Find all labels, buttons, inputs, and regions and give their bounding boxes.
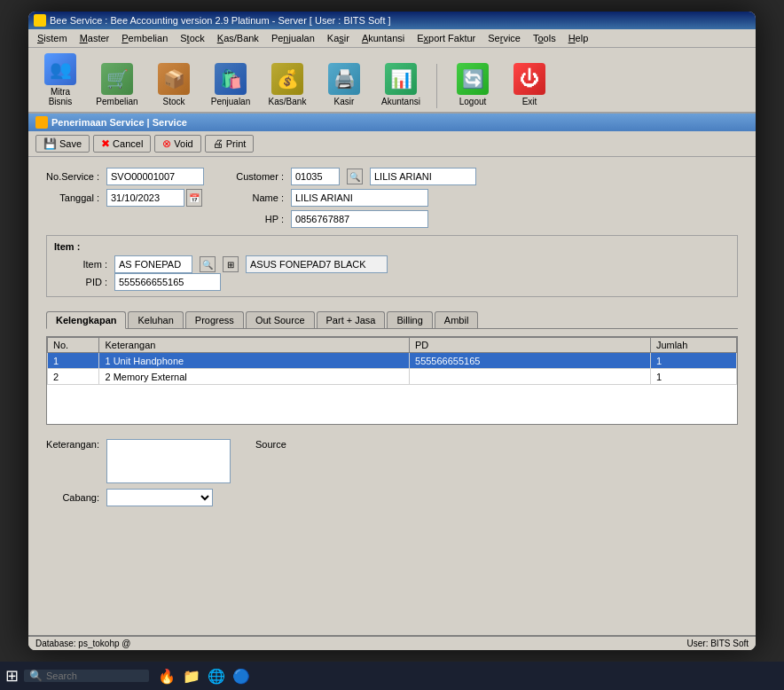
tab-partjasa[interactable]: Part + Jasa <box>317 311 386 328</box>
menu-stock[interactable]: Stock <box>175 31 210 45</box>
taskbar: ⊞ 🔍 🔥 📁 🌐 🔵 <box>0 662 784 690</box>
start-button[interactable]: ⊞ <box>5 666 19 686</box>
print-icon: 🖨 <box>213 137 223 150</box>
tab-ambil[interactable]: Ambil <box>435 311 479 328</box>
pid-label: PID : <box>54 277 107 287</box>
akuntansi-label: Akuntansi <box>381 97 420 106</box>
mitra-bisnis-icon: 👥 <box>44 53 76 85</box>
tanggal-input[interactable] <box>106 189 184 207</box>
customer-name-input[interactable] <box>370 168 476 185</box>
logout-label: Logout <box>459 97 487 106</box>
customer-row: Customer : 🔍 <box>231 168 476 185</box>
tab-kelengkapan[interactable]: Kelengkapan <box>46 311 126 329</box>
print-button[interactable]: 🖨 Print <box>205 135 255 153</box>
pembelian-icon: 🛒 <box>101 63 133 95</box>
save-icon: 💾 <box>43 137 57 150</box>
cell-pd: 555566655165 <box>410 353 651 369</box>
taskbar-icon-4[interactable]: 🔵 <box>232 668 250 685</box>
cell-pd <box>410 369 651 385</box>
menu-kasbank[interactable]: Kas/Bank <box>212 31 264 45</box>
stock-label: Stock <box>162 97 184 106</box>
menu-akuntansi[interactable]: Akuntansi <box>357 31 410 45</box>
window-title: Bee Service : Bee Accounting version 2.9… <box>50 15 391 26</box>
exit-label: Exit <box>522 97 537 106</box>
menu-penjualan[interactable]: Penjualan <box>266 31 320 45</box>
toolbar-akuntansi[interactable]: 📊 Akuntansi <box>376 61 426 108</box>
user-status: User: BITS Soft <box>687 639 749 648</box>
cabang-row: Cabang: <box>46 489 738 506</box>
item-label: Item : <box>54 259 107 270</box>
col-pd: PD <box>410 338 651 353</box>
name-input[interactable] <box>291 189 428 207</box>
hp-row: HP : <box>231 210 476 228</box>
kasir-label: Kasir <box>334 97 355 106</box>
toolbar-kasbank[interactable]: 💰 Kas/Bank <box>263 61 312 108</box>
taskbar-icon-2[interactable]: 📁 <box>183 668 200 685</box>
toolbar-penjualan[interactable]: 🛍️ Penjualan <box>206 61 255 108</box>
logout-icon: 🔄 <box>457 63 489 95</box>
save-button[interactable]: 💾 Save <box>35 135 90 153</box>
tab-keluhan[interactable]: Keluhan <box>128 311 183 328</box>
pid-input[interactable] <box>114 273 221 291</box>
cell-no: 2 <box>48 369 99 385</box>
taskbar-app-icons: 🔥 📁 🌐 🔵 <box>158 668 250 685</box>
menu-pembelian[interactable]: Pembelian <box>116 31 173 45</box>
menu-sistem[interactable]: Sistem <box>32 31 73 45</box>
item-input[interactable] <box>114 255 192 273</box>
customer-label: Customer : <box>231 171 284 182</box>
name-label: Name : <box>231 192 284 203</box>
menu-master[interactable]: Master <box>74 31 115 45</box>
taskbar-icon-1[interactable]: 🔥 <box>158 668 176 685</box>
menu-kasir[interactable]: Kasir <box>322 31 355 45</box>
toolbar-logout[interactable]: 🔄 Logout <box>448 61 498 108</box>
no-service-input[interactable] <box>106 168 204 185</box>
cabang-select[interactable] <box>106 489 213 506</box>
db-status: Database: ps_tokohp @ <box>35 639 130 648</box>
menu-exportfaktur[interactable]: Export Faktur <box>412 31 481 45</box>
penjualan-label: Penjualan <box>211 97 250 106</box>
sub-header-title: Penerimaan Service | Service <box>51 117 187 128</box>
menu-service[interactable]: Service <box>482 31 526 45</box>
toolbar-kasir[interactable]: 🖨️ Kasir <box>319 61 369 108</box>
tanggal-row: Tanggal : 📅 <box>46 189 204 207</box>
top-fields: No.Service : Tanggal : 📅 <box>46 168 738 228</box>
tab-outsource[interactable]: Out Source <box>246 311 315 328</box>
stock-icon: 📦 <box>158 63 190 95</box>
action-bar: 💾 Save ✖ Cancel ⊗ Void 🖨 Print <box>28 131 756 157</box>
keterangan-textarea[interactable] <box>106 439 231 483</box>
item-browse-button[interactable]: ⊞ <box>223 256 239 272</box>
void-label: Void <box>174 138 192 149</box>
toolbar-mitra-bisnis[interactable]: 👥 Mitra Bisnis <box>35 51 85 108</box>
taskbar-icon-3[interactable]: 🌐 <box>208 668 225 685</box>
tab-progress[interactable]: Progress <box>185 311 244 328</box>
menu-tools[interactable]: Tools <box>528 31 561 45</box>
col-keterangan: Keterangan <box>99 338 410 353</box>
taskbar-search-input[interactable] <box>46 670 144 681</box>
keterangan-label: Keterangan: <box>46 439 99 450</box>
col-jumlah: Jumlah <box>650 338 736 353</box>
table-row[interactable]: 2 2 Memory External 1 <box>48 369 737 385</box>
taskbar-search-area: 🔍 <box>24 670 149 682</box>
toolbar-exit[interactable]: ⏻ Exit <box>505 61 554 108</box>
calendar-button[interactable]: 📅 <box>186 189 202 207</box>
void-button[interactable]: ⊗ Void <box>154 135 200 153</box>
cell-jumlah: 1 <box>650 353 736 369</box>
item-desc-input <box>246 255 388 273</box>
cabang-label: Cabang: <box>46 492 99 503</box>
item-search-button[interactable]: 🔍 <box>200 256 216 272</box>
tab-billing[interactable]: Billing <box>387 311 432 328</box>
cancel-button[interactable]: ✖ Cancel <box>93 135 151 153</box>
hp-input[interactable] <box>291 210 428 228</box>
toolbar-pembelian[interactable]: 🛒 Pembelian <box>92 61 142 108</box>
toolbar-stock[interactable]: 📦 Stock <box>149 61 199 108</box>
form-area: No.Service : Tanggal : 📅 <box>28 157 756 635</box>
cell-keterangan: 1 Unit Handphone <box>99 353 410 369</box>
customer-search-button[interactable]: 🔍 <box>347 169 363 184</box>
cell-keterangan: 2 Memory External <box>99 369 410 385</box>
customer-id-input[interactable] <box>291 168 340 185</box>
table-row[interactable]: 1 1 Unit Handphone 555566655165 1 <box>48 353 737 369</box>
save-label: Save <box>59 138 82 149</box>
kasbank-icon: 💰 <box>271 63 303 95</box>
kasbank-label: Kas/Bank <box>269 97 307 106</box>
menu-help[interactable]: Help <box>563 31 594 45</box>
